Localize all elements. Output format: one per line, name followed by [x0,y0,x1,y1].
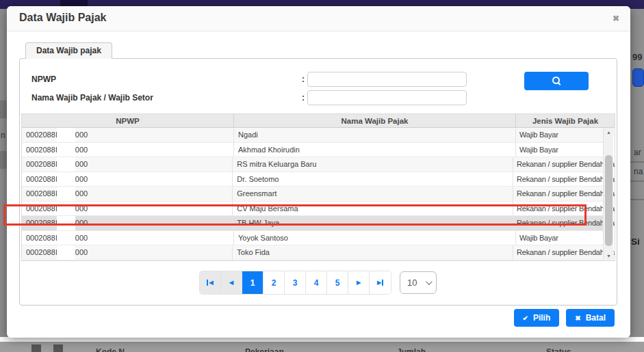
check-icon: ✔ [523,314,528,322]
table-row[interactable]: 0002088000GreensmartRekanan / supplier B… [22,187,603,202]
npwp-redaction-box [57,245,75,260]
search-button[interactable] [524,72,589,90]
pagination-group: ◀◀12345▶▶ [200,271,391,294]
cross-icon: ✖ [575,314,580,322]
background-text-fragment: 99 [632,52,642,62]
npwp-redaction-box [57,231,75,245]
table-row[interactable]: 0002088000NgadiWajib Bayar [22,128,603,143]
background-checkbox-fragment [53,344,63,352]
background-button-fragment [632,68,644,87]
npwp-prefix: 0002088 [26,131,55,139]
modal-title: Data Wajib Pajak [19,12,106,24]
jenis-cell: Wajib Bayar [516,231,603,245]
npwp-prefix: 0002088 [26,146,55,154]
npwp-label: NPWP [31,75,302,84]
column-header-jenis[interactable]: Jenis Wajib Pajak [516,114,615,127]
npwp-redaction-box [57,143,75,157]
background-text-fragment: Si [631,236,640,247]
npwp-cell: 0002088000 [22,128,234,142]
page-button-1[interactable]: 1 [242,271,263,294]
table-scrollbar[interactable]: ▲ ▼ [603,128,613,260]
nama-cell: Dr. Soetomo [233,172,513,187]
first-page-button[interactable]: ◀ [200,271,221,294]
background-column-header: Kode N [96,347,125,352]
prev-page-button[interactable]: ◀ [221,271,242,294]
next-page-button[interactable]: ▶ [348,271,370,294]
table-row[interactable]: 0002088000Dr. SoetomoRekanan / supplier … [22,172,603,187]
scroll-down-icon[interactable]: ▼ [604,252,614,260]
form-row-nama: Nama Wajib Pajak / Wajib Setor : [31,88,617,107]
nama-cell: CV Maju Bersama [233,202,513,216]
nama-wajib-pajak-input[interactable] [307,90,467,105]
close-icon[interactable]: ✖ [613,14,619,23]
batal-button[interactable]: ✖ Batal [566,309,615,327]
npwp-redaction-box [57,216,75,230]
background-table-header-strip: Kode N Pekerjaan Jumlah Status [0,342,644,352]
table-row[interactable]: 0002088000RS mitra Keluarga BaruRekanan … [22,157,603,172]
table-row[interactable]: 0002088000Yoyok SantosoWajib Bayar [22,231,603,246]
table-row[interactable]: 0002088000Akhmad KhoirudinWajib Bayar [22,143,603,158]
jenis-cell: Rekanan / supplier Bendahara [513,172,603,187]
page-button-4[interactable]: 4 [306,271,327,294]
background-block [0,151,7,169]
data-wajib-pajak-modal: Data Wajib Pajak ✖ Data Wajib pajak NPWP… [7,6,630,338]
column-header-npwp[interactable]: NPWP [22,114,234,127]
npwp-redaction-box [57,128,75,142]
batal-button-label: Batal [586,313,606,323]
background-block [0,100,7,118]
tab-panel: NPWP : Nama Wajib Pajak / Wajib Setor : … [19,58,617,306]
page-size-select[interactable]: 10 [400,271,437,294]
modal-header: Data Wajib Pajak ✖ [7,6,630,31]
nama-cell: Ngadi [234,128,516,142]
npwp-cell: 0002088000 [22,245,233,260]
npwp-cell: 0002088000 [22,231,234,245]
pagination: ◀◀12345▶▶ 10 [20,271,617,294]
page-button-3[interactable]: 3 [285,271,306,294]
jenis-cell: Rekanan / supplier Bendahara [513,245,603,260]
npwp-cell: 0002088000 [22,202,233,216]
background-column-header: Pekerjaan [245,347,284,352]
npwp-prefix: 0002088 [26,160,55,168]
tab-data-wajib-pajak[interactable]: Data Wajib pajak [25,42,112,59]
npwp-suffix: 000 [75,234,88,242]
page-button-2[interactable]: 2 [263,271,285,294]
npwp-suffix: 000 [75,175,88,183]
npwp-input[interactable] [307,72,467,87]
scrollbar-thumb[interactable] [605,155,613,246]
table-row[interactable]: 0002088000TB HW JayaRekanan / supplier B… [22,216,603,231]
pilih-button-label: Pilih [533,313,550,323]
page-button-5[interactable]: 5 [327,271,348,294]
table-row[interactable]: 0002088000CV Maju BersamaRekanan / suppl… [22,202,603,217]
background-column-header: Jumlah [397,347,426,352]
background-row-line [630,199,644,200]
arrow-icon: ◀ [229,280,233,286]
nama-cell: Yoyok Santoso [234,231,516,245]
taxpayer-table: NPWPNama Wajib PajakJenis Wajib Pajak 00… [21,113,615,261]
nama-colon: : [302,93,307,103]
background-row-line [630,180,644,182]
scroll-up-icon[interactable]: ▲ [604,128,614,137]
jenis-cell: Rekanan / supplier Bendahara [513,202,603,216]
background-row-line [630,161,644,163]
arrow-icon: ▶ [357,280,361,286]
last-page-button[interactable]: ▶ [370,271,391,294]
jenis-cell: Rekanan / supplier Bendahara [513,187,603,201]
arrow-icon: ◀ [209,280,213,286]
background-text-fragment: n [1,131,5,140]
background-column-header: Status [546,347,571,352]
npwp-redaction-box [57,202,75,216]
npwp-redaction-box [57,172,75,187]
arrow-icon: ▶ [377,280,381,286]
background-text-fragment: na [634,167,643,176]
npwp-suffix: 000 [75,204,88,213]
npwp-redaction-box [57,187,75,201]
npwp-prefix: 0002088 [26,248,55,256]
chevron-down-icon [426,278,433,285]
npwp-prefix: 0002088 [26,204,55,213]
npwp-cell: 0002088000 [22,172,233,187]
table-row[interactable]: 0002088000Toko FidaRekanan / supplier Be… [22,245,603,260]
pilih-button[interactable]: ✔ Pilih [514,309,560,327]
search-icon [552,77,561,85]
npwp-suffix: 000 [75,248,88,256]
column-header-nama[interactable]: Nama Wajib Pajak [234,114,516,127]
